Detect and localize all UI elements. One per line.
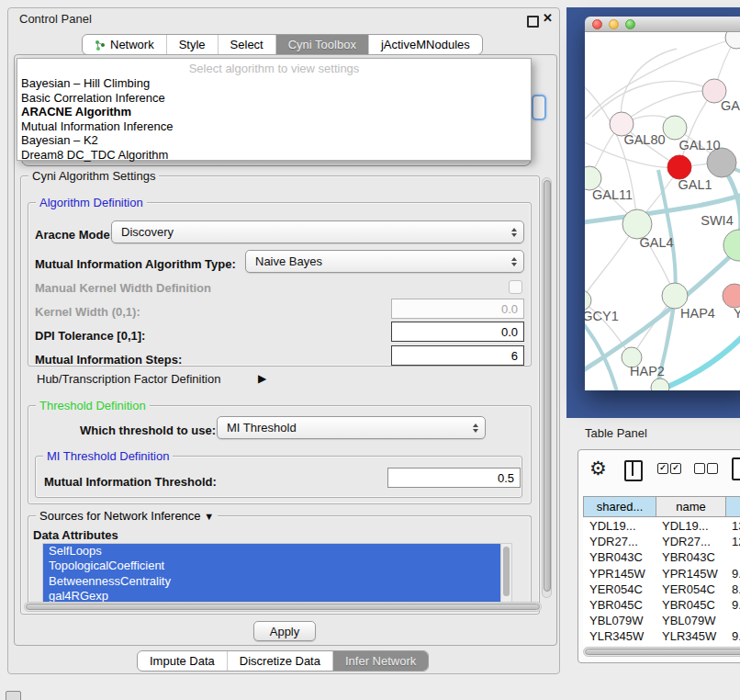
attribute-item[interactable]: SelfLoops [43,544,511,559]
column-header-name[interactable]: name [656,496,726,517]
cell[interactable]: YBL079W [656,613,725,628]
table-row[interactable]: YIL052CYIL052C9 [583,645,740,647]
cell[interactable]: YPR145W [656,566,725,581]
cell[interactable]: YBR043C [583,549,656,565]
table-horizontal-scrollbar[interactable] [583,647,740,657]
dropdown-item[interactable]: Bayesian – K2 [17,133,531,148]
cell[interactable]: YIL052C [583,645,656,647]
settings-vertical-scrollbar[interactable] [542,177,552,598]
close-icon[interactable]: ✕ [543,11,553,25]
tab-network[interactable]: Network [83,35,166,54]
node-partial-top[interactable] [725,32,740,49]
tab-jactivemnodules[interactable]: jActiveMNodules [368,35,482,54]
gear-icon[interactable]: ⚙ [589,457,607,480]
tab-infer-network[interactable]: Infer Network [332,651,428,671]
table-row[interactable]: YDL19...YDL19...13 [583,518,740,534]
network-canvas[interactable]: GAL GAL80 GAL10 GAL1 GAL11 SWI4 GAL4 GCY… [585,32,740,390]
attributes-scrollbar[interactable] [500,544,511,603]
mi-steps-input[interactable] [391,345,524,366]
tab-select[interactable]: Select [218,35,275,54]
collapse-down-icon[interactable]: ▼ [204,510,214,524]
table-row[interactable]: YBL079WYBL079W [583,613,740,628]
node-gal1[interactable] [667,155,691,179]
node-y-partial[interactable] [723,284,740,308]
cell[interactable]: YBR045C [583,597,656,613]
float-panel-icon[interactable] [527,16,539,28]
cell[interactable]: YDL19... [656,518,725,534]
attribute-item[interactable]: TopologicalCoefficient [43,559,511,573]
cell[interactable] [725,549,740,565]
dropdown-item[interactable]: Mutual Information Inference [17,119,531,134]
node-label: GAL1 [678,177,712,192]
kernel-width-input[interactable] [391,299,524,319]
dropdown-item[interactable]: Dream8 DC_TDC Algorithm [17,148,531,163]
table-row[interactable]: YPR145WYPR145W9. [583,566,740,581]
manual-kernel-checkbox[interactable] [509,280,522,294]
cell[interactable]: 9. [725,628,740,644]
cell[interactable]: YER054C [656,581,725,597]
cell[interactable]: YIL052C [656,645,725,647]
close-traffic-light[interactable] [592,19,602,29]
cell[interactable]: YBR045C [656,597,725,613]
table-horizontal-scrollbar-thumb[interactable] [585,649,740,655]
attributes-scrollbar-thumb[interactable] [503,547,510,596]
cell[interactable]: 9. [725,597,740,613]
column-header-shared-name[interactable]: shared... [583,496,656,517]
algorithm-combo-focus-fragment[interactable] [532,95,546,120]
table-row[interactable]: YBR043CYBR043C [583,549,740,565]
cell[interactable] [725,613,740,628]
cell[interactable]: 9. [725,566,740,581]
network-window-titlebar[interactable] [585,17,740,32]
tab-impute-data[interactable]: Impute Data [138,651,227,671]
mi-type-select[interactable]: Naive Bayes [245,250,524,273]
checked-checkbox-icon[interactable]: ✓ [657,463,668,474]
dropdown-item[interactable]: Bayesian – Hill Climbing [17,76,531,91]
zoom-traffic-light[interactable] [625,19,635,29]
collapse-right-icon[interactable]: ▶ [258,372,266,385]
cell[interactable]: YLR345W [583,628,656,644]
which-threshold-select[interactable]: MI Threshold [217,416,486,439]
document-icon[interactable] [732,457,740,480]
settings-horizontal-scrollbar-thumb[interactable] [26,604,540,610]
cell[interactable]: YBR043C [656,549,725,565]
cell[interactable]: YLR345W [656,628,725,644]
dpi-tolerance-input[interactable] [391,322,524,342]
table-row[interactable]: YBR045CYBR045C9. [583,597,740,613]
cell[interactable]: 9 [725,645,740,647]
node-gal10[interactable] [663,116,687,140]
apply-button[interactable]: Apply [253,621,316,641]
settings-vertical-scrollbar-thumb[interactable] [544,180,551,592]
node-swi4[interactable] [723,230,740,261]
cell[interactable]: 13 [725,518,740,534]
tab-cyni-toolbox[interactable]: Cyni Toolbox [275,35,368,54]
cell[interactable]: YDR27... [583,534,656,549]
aracne-mode-select[interactable]: Discovery [111,220,524,243]
table-row[interactable]: YLR345WYLR345W9. [583,628,740,644]
unchecked-checkbox-icon[interactable] [707,463,718,474]
cell[interactable]: YPR145W [583,566,656,581]
tab-discretize-data[interactable]: Discretize Data [227,651,332,671]
table-row[interactable]: YER054CYER054C8. [583,581,740,597]
cell[interactable]: YDL19... [583,518,656,534]
cell[interactable]: YBL079W [583,613,656,628]
checked-checkbox-icon[interactable]: ✓ [670,463,681,474]
dropdown-item-selected[interactable]: ARACNE Algorithm [17,105,531,119]
attribute-item[interactable]: BetweennessCentrality [43,574,511,589]
tab-style[interactable]: Style [166,35,218,54]
mi-threshold-input[interactable] [387,468,521,488]
column-header-partial[interactable] [725,496,740,517]
cell[interactable]: YER054C [583,581,656,597]
unchecked-checkbox-icon[interactable] [694,463,705,474]
node-hap4[interactable] [662,283,688,309]
cell[interactable]: 8. [725,581,740,597]
settings-horizontal-scrollbar[interactable] [24,602,542,612]
hub-definition-toggle-label[interactable]: Hub/Transcription Factor Definition [37,372,220,386]
minimize-traffic-light[interactable] [609,19,619,29]
node-partial-bottom[interactable] [651,378,669,390]
table-row[interactable]: YDR27...YDR27...12 [583,534,740,549]
cell[interactable]: 12 [725,534,740,549]
columns-icon[interactable] [624,460,643,481]
dropdown-item[interactable]: Basic Correlation Inference [17,91,531,106]
cell[interactable]: YDR27... [656,534,725,549]
minimized-panel-icon[interactable] [6,691,21,700]
